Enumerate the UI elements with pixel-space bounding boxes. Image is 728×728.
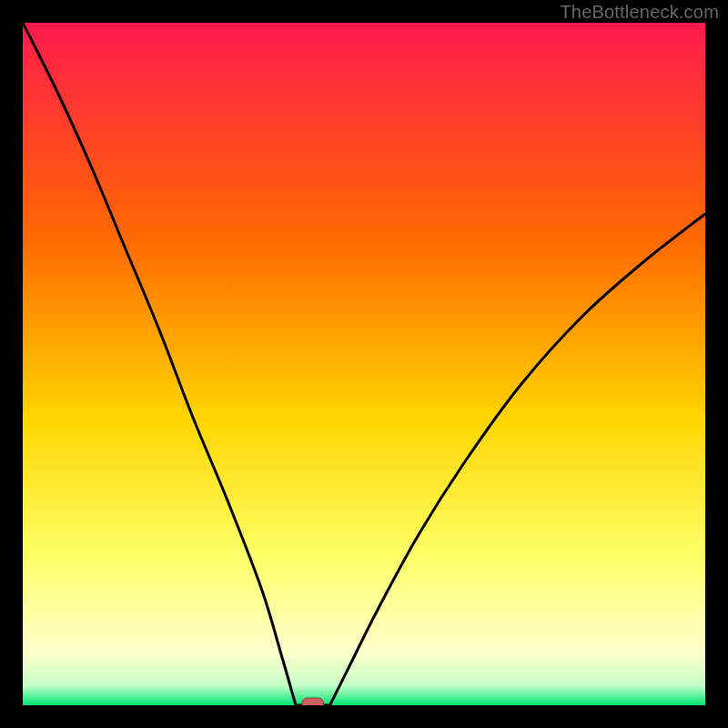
optimal-point-marker — [302, 698, 324, 705]
chart-svg — [23, 23, 705, 705]
watermark-text: TheBottleneck.com — [560, 2, 719, 23]
plot-area — [23, 23, 705, 705]
gradient-background — [23, 23, 705, 705]
chart-frame: TheBottleneck.com — [0, 0, 728, 728]
